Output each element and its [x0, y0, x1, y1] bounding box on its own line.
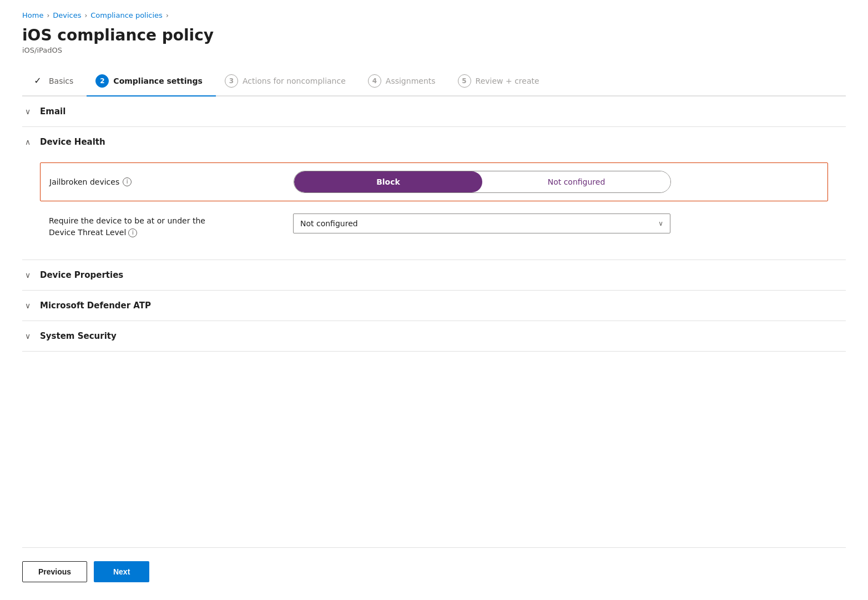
- wizard-steps: ✓ Basics 2 Compliance settings 3 Actions…: [22, 68, 846, 96]
- next-button[interactable]: Next: [94, 561, 149, 582]
- breadcrumb-compliance-policies[interactable]: Compliance policies: [90, 11, 163, 19]
- threat-level-dropdown-value: Not configured: [300, 219, 358, 228]
- section-system-security-title: System Security: [40, 331, 117, 341]
- chevron-up-icon-device-health: ∧: [22, 138, 33, 146]
- jailbroken-label-text: Jailbroken devices: [49, 177, 119, 186]
- step-review-label: Review + create: [476, 77, 539, 85]
- step-actions-label: Actions for noncompliance: [243, 77, 346, 85]
- threat-level-sub-label: Device Threat Level i: [49, 227, 282, 238]
- wizard-step-actions[interactable]: 3 Actions for noncompliance: [216, 68, 359, 95]
- step-compliance-label: Compliance settings: [113, 77, 203, 85]
- threat-level-label-text2: Device Threat Level: [49, 227, 126, 238]
- section-device-health-title: Device Health: [40, 137, 105, 147]
- breadcrumb-sep-2: ›: [84, 12, 87, 19]
- breadcrumb: Home › Devices › Compliance policies ›: [22, 11, 846, 19]
- threat-level-label: Require the device to be at or under the…: [49, 211, 282, 238]
- step-check-icon: ✓: [31, 74, 44, 88]
- wizard-step-basics[interactable]: ✓ Basics: [22, 68, 87, 95]
- page-container: Home › Devices › Compliance policies › i…: [0, 0, 868, 600]
- section-defender-title: Microsoft Defender ATP: [40, 301, 151, 311]
- wizard-step-compliance-settings[interactable]: 2 Compliance settings: [87, 68, 216, 96]
- step-circle-5: 5: [458, 74, 471, 88]
- step-basics-label: Basics: [49, 77, 73, 85]
- jailbroken-devices-row: Jailbroken devices i Block Not configure…: [40, 162, 828, 201]
- chevron-down-icon-dropdown: ∨: [658, 220, 663, 227]
- breadcrumb-devices[interactable]: Devices: [53, 11, 81, 19]
- chevron-down-icon-system-security: ∨: [22, 332, 33, 340]
- breadcrumb-sep-3: ›: [166, 12, 169, 19]
- section-device-properties-title: Device Properties: [40, 270, 123, 280]
- section-system-security[interactable]: ∨ System Security: [22, 321, 846, 352]
- jailbroken-info-icon[interactable]: i: [123, 177, 132, 186]
- step-circle-2: 2: [95, 74, 109, 88]
- footer: Previous Next: [22, 547, 846, 589]
- page-title: iOS compliance policy: [22, 26, 846, 45]
- chevron-down-icon-defender: ∨: [22, 301, 33, 310]
- breadcrumb-sep-1: ›: [47, 12, 49, 19]
- section-device-health: ∧ Device Health Jailbroken devices i Blo…: [22, 127, 846, 260]
- section-device-health-header[interactable]: ∧ Device Health: [22, 127, 846, 155]
- threat-level-dropdown[interactable]: Not configured ∨: [293, 213, 670, 233]
- previous-button[interactable]: Previous: [22, 561, 87, 582]
- main-content: ∨ Email ∧ Device Health Jailbroken devic…: [22, 96, 846, 547]
- section-email[interactable]: ∨ Email: [22, 96, 846, 127]
- section-microsoft-defender[interactable]: ∨ Microsoft Defender ATP: [22, 291, 846, 321]
- threat-level-info-icon[interactable]: i: [128, 228, 137, 237]
- step-circle-4: 4: [368, 74, 381, 88]
- toggle-not-configured-option[interactable]: Not configured: [482, 171, 670, 192]
- threat-level-label-text: Require the device to be at or under the: [49, 216, 205, 225]
- step-assignments-label: Assignments: [386, 77, 436, 85]
- chevron-down-icon-email: ∨: [22, 107, 33, 116]
- jailbroken-label: Jailbroken devices i: [49, 177, 282, 186]
- section-email-title: Email: [40, 106, 65, 116]
- page-subtitle: iOS/iPadOS: [22, 46, 846, 54]
- chevron-down-icon-device-properties: ∨: [22, 271, 33, 279]
- wizard-step-review[interactable]: 5 Review + create: [449, 68, 553, 95]
- section-device-properties[interactable]: ∨ Device Properties: [22, 260, 846, 291]
- jailbroken-toggle[interactable]: Block Not configured: [294, 171, 671, 193]
- toggle-block-option[interactable]: Block: [294, 171, 482, 192]
- wizard-step-assignments[interactable]: 4 Assignments: [359, 68, 449, 95]
- step-circle-3: 3: [225, 74, 238, 88]
- threat-level-row: Require the device to be at or under the…: [40, 209, 828, 241]
- breadcrumb-home[interactable]: Home: [22, 11, 43, 19]
